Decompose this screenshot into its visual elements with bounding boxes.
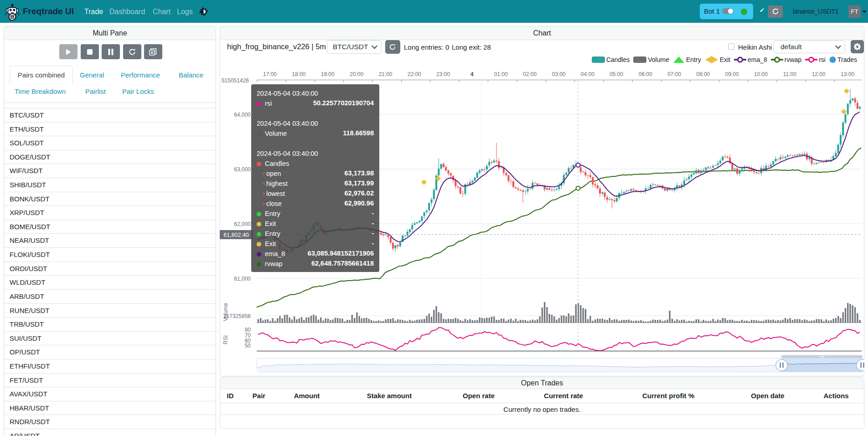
svg-text:18:00: 18:00	[292, 71, 305, 77]
svg-text:19:00: 19:00	[321, 71, 335, 77]
svg-text:11:00: 11:00	[783, 71, 796, 77]
svg-text:02:00: 02:00	[523, 71, 537, 77]
svg-text:10:00: 10:00	[754, 71, 768, 77]
svg-text:07:00: 07:00	[667, 71, 681, 77]
svg-text:4: 4	[470, 71, 474, 77]
svg-text:06:00: 06:00	[639, 71, 652, 77]
svg-text:22:00: 22:00	[408, 71, 421, 77]
svg-text:515051426: 515051426	[222, 77, 249, 84]
svg-text:03:00: 03:00	[552, 71, 565, 77]
svg-text:50: 50	[245, 343, 251, 349]
svg-text:09:00: 09:00	[725, 71, 739, 77]
svg-text:23:00: 23:00	[436, 71, 450, 77]
svg-text:20:00: 20:00	[350, 71, 363, 77]
svg-text:21:00: 21:00	[378, 71, 392, 77]
svg-text:17:00: 17:00	[263, 71, 277, 77]
svg-text:08:00: 08:00	[696, 71, 710, 77]
svg-text:04:00: 04:00	[581, 71, 594, 77]
svg-text:62,000: 62,000	[234, 221, 251, 227]
svg-text:61,000: 61,000	[234, 276, 251, 282]
svg-text:05:00: 05:00	[610, 71, 623, 77]
svg-text:Volume: Volume	[222, 303, 229, 321]
svg-text:13:00: 13:00	[841, 71, 854, 77]
svg-text:64,000: 64,000	[234, 112, 251, 118]
svg-text:RSI: RSI	[222, 335, 229, 344]
svg-text:01:00: 01:00	[494, 71, 508, 77]
svg-text:12:00: 12:00	[812, 71, 826, 77]
svg-text:63,000: 63,000	[234, 166, 251, 173]
svg-text:61,802.40: 61,802.40	[223, 232, 249, 238]
